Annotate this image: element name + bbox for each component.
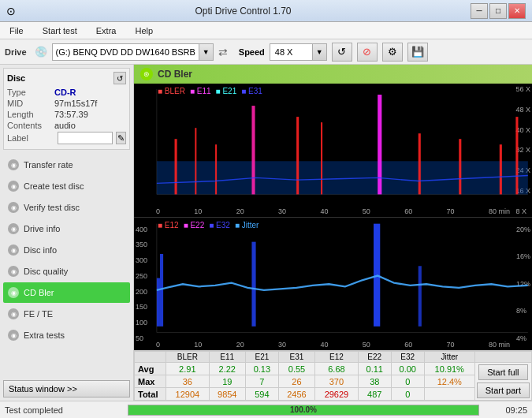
svg-rect-5	[215, 144, 217, 194]
sidebar-item-label: Disc quality	[24, 267, 68, 276]
bottom-chart-svg	[134, 218, 532, 351]
app-icon: ⊙	[6, 5, 16, 17]
sidebar-item-label: Disc info	[24, 245, 57, 255]
sidebar-item-cd-bler[interactable]: ◉ CD Bler	[3, 282, 130, 303]
sidebar-item-label: Create test disc	[24, 181, 84, 191]
legend-e31: ■ E31	[241, 87, 262, 95]
create-test-disc-icon: ◉	[8, 181, 19, 192]
stats-max-e31: 26	[278, 375, 314, 388]
disc-refresh-button[interactable]: ↺	[113, 72, 126, 84]
status-window-button[interactable]: Status window >>	[3, 380, 130, 397]
chart-icon: ⊛	[140, 68, 153, 80]
svg-rect-9	[378, 95, 381, 194]
right-panel: ⊛ CD Bler ■ BLER ■ E11 ■ E21 ■ E31 56 X4…	[134, 65, 532, 401]
title-bar: ⊙ Opti Drive Control 1.70 ─ □ ✕	[0, 0, 532, 22]
verify-test-disc-icon: ◉	[8, 202, 19, 213]
stats-max-bler: 36	[166, 375, 210, 388]
window-controls: ─ □ ✕	[471, 3, 526, 19]
stats-total-e31: 2456	[278, 388, 314, 401]
status-bar: Test completed 100.0% 09:25	[0, 401, 532, 418]
stats-header-empty	[135, 352, 166, 363]
chart-header: ⊛ CD Bler	[134, 65, 532, 84]
reload-button[interactable]: ↺	[332, 43, 352, 62]
main-area: Disc ↺ Type CD-R MID 97m15s17f Length 73…	[0, 65, 532, 401]
stats-max-e21: 7	[245, 375, 278, 388]
speed-select[interactable]: 48 X	[270, 43, 313, 61]
sidebar-item-drive-info[interactable]: ◉ Drive info	[3, 218, 130, 239]
chart-title: CD Bler	[158, 69, 192, 80]
sidebar-item-extra-tests[interactable]: ◉ Extra tests	[3, 325, 130, 345]
disc-label-row: Label ✎	[7, 132, 126, 144]
disc-label-input[interactable]	[58, 132, 113, 144]
fe-te-icon: ◉	[8, 308, 19, 319]
menu-extra[interactable]: Extra	[90, 24, 123, 37]
svg-rect-6	[251, 106, 255, 194]
restore-button[interactable]: □	[489, 3, 507, 19]
stats-avg-e21: 0.13	[245, 363, 278, 375]
stats-avg-e32: 0.00	[391, 363, 424, 375]
sidebar-nav: ◉ Transfer rate ◉ Create test disc ◉ Ver…	[0, 153, 133, 377]
stats-total-e12: 29629	[315, 388, 359, 401]
close-button[interactable]: ✕	[508, 3, 526, 19]
stats-max-e12: 370	[315, 375, 359, 388]
legend-e32: ■ E32	[209, 221, 230, 230]
stats-max-label: Max	[135, 375, 166, 388]
extra-tests-icon: ◉	[8, 330, 19, 341]
stats-max-e22: 38	[358, 375, 391, 388]
legend-jitter: ■ Jitter	[235, 221, 259, 230]
start-full-button[interactable]: Start full	[478, 364, 527, 380]
stats-header-e32: E32	[391, 352, 424, 363]
disc-label-edit-button[interactable]: ✎	[116, 132, 126, 144]
disc-type-value: CD-R	[54, 88, 76, 97]
svg-rect-12	[500, 144, 502, 194]
svg-rect-17	[160, 253, 163, 326]
drive-bar: Drive 💿 (G:) BENQ DVD DD DW1640 BSRB ▼ ⇄…	[0, 39, 532, 65]
stats-avg-e12: 6.68	[315, 363, 359, 375]
menu-help[interactable]: Help	[128, 24, 159, 37]
save-button[interactable]: 💾	[407, 43, 428, 62]
sidebar-item-fe-te[interactable]: ◉ FE / TE	[3, 304, 130, 324]
disc-type-label: Type	[7, 88, 54, 97]
stats-header-jitter: Jitter	[424, 352, 474, 363]
stats-max-e32: 0	[391, 375, 424, 388]
legend-e22: ■ E22	[184, 221, 205, 230]
sidebar-item-disc-quality[interactable]: ◉ Disc quality	[3, 261, 130, 282]
sidebar-item-transfer-rate[interactable]: ◉ Transfer rate	[3, 155, 130, 175]
stats-header-e12: E12	[315, 352, 359, 363]
sidebar: Disc ↺ Type CD-R MID 97m15s17f Length 73…	[0, 65, 134, 401]
sidebar-item-verify-test-disc[interactable]: ◉ Verify test disc	[3, 197, 130, 218]
disc-contents-label: Contents	[7, 121, 54, 130]
sidebar-item-create-test-disc[interactable]: ◉ Create test disc	[3, 176, 130, 196]
drive-label: Drive	[5, 47, 27, 57]
menu-start-test[interactable]: Start test	[36, 24, 84, 37]
disc-type-row: Type CD-R	[7, 88, 126, 97]
top-chart-svg	[134, 84, 532, 217]
stats-avg-jitter: 10.91%	[424, 363, 474, 375]
charts-container: ■ BLER ■ E11 ■ E21 ■ E31 56 X48 X40 X32 …	[134, 84, 532, 350]
svg-rect-18	[251, 241, 255, 326]
minimize-button[interactable]: ─	[471, 3, 488, 19]
stats-header-e11: E11	[209, 352, 245, 363]
drive-dropdown-arrow[interactable]: ▼	[199, 43, 214, 61]
drive-arrow-icon: ⇄	[218, 46, 228, 58]
disc-contents-value: audio	[54, 121, 76, 130]
menu-file[interactable]: File	[3, 24, 30, 37]
cd-bler-icon: ◉	[8, 287, 19, 298]
stats-total-e21: 594	[245, 388, 278, 401]
stats-avg-e22: 0.11	[358, 363, 391, 375]
sidebar-item-label: Extra tests	[24, 330, 65, 340]
start-part-button[interactable]: Start part	[477, 383, 530, 398]
progress-bar-container: 100.0%	[128, 405, 479, 416]
sidebar-item-disc-info[interactable]: ◉ Disc info	[3, 240, 130, 260]
svg-rect-20	[419, 266, 422, 327]
speed-dropdown-arrow[interactable]: ▼	[313, 43, 327, 61]
disc-info-icon: ◉	[8, 244, 19, 256]
svg-rect-3	[175, 139, 177, 194]
settings-button[interactable]: ⚙	[382, 43, 403, 62]
stats-max-e11: 19	[209, 375, 245, 388]
drive-select[interactable]: (G:) BENQ DVD DD DW1640 BSRB	[52, 43, 199, 61]
stats-total-e11: 9854	[209, 388, 245, 401]
disc-mid-value: 97m15s17f	[54, 99, 97, 108]
erase-button[interactable]: ⊘	[357, 43, 378, 62]
stats-total-bler: 12904	[166, 388, 210, 401]
